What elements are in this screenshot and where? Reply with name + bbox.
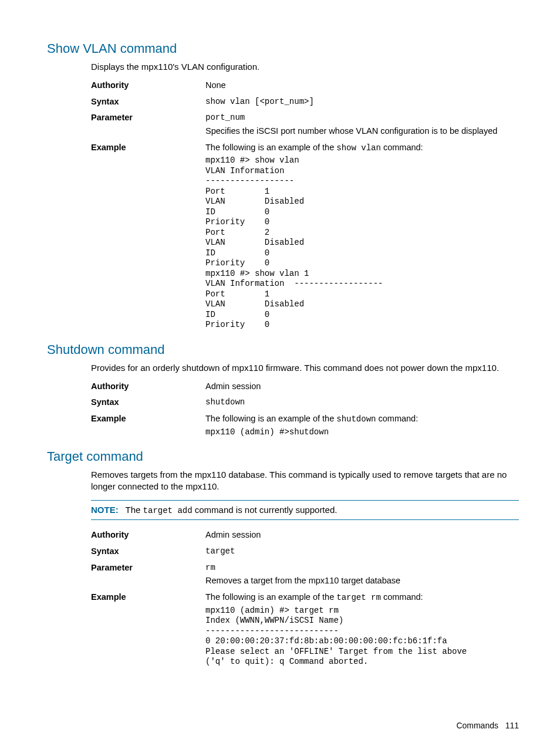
- example-intro-suffix: command:: [376, 414, 418, 423]
- syntax-label: Syntax: [91, 96, 205, 108]
- example-label: Example: [91, 413, 205, 437]
- syntax-label: Syntax: [91, 397, 205, 409]
- authority-value: Admin session: [205, 529, 519, 541]
- authority-value: Admin session: [205, 381, 519, 393]
- example-intro-code: show vlan: [336, 143, 381, 153]
- example-label: Example: [91, 142, 205, 330]
- parameter-label: Parameter: [91, 112, 205, 137]
- example-intro-suffix: command:: [381, 592, 423, 602]
- syntax-value: shutdown: [205, 397, 519, 409]
- note-suffix: command is not currently supported.: [193, 505, 338, 515]
- example-intro-prefix: The following is an example of the: [205, 414, 336, 423]
- syntax-value: show vlan [<port_num>]: [205, 96, 519, 108]
- parameter-code: rm: [205, 562, 519, 573]
- example-intro-prefix: The following is an example of the: [205, 143, 336, 152]
- syntax-value: target: [205, 546, 519, 558]
- intro-target: Removes targets from the mpx110 database…: [91, 469, 519, 493]
- example-block: mpx110 (admin) #>shutdown: [205, 427, 519, 438]
- note-box: NOTE: The target add command is not curr…: [91, 500, 519, 521]
- example-intro-prefix: The following is an example of the: [205, 592, 336, 602]
- authority-value: None: [205, 80, 519, 92]
- authority-label: Authority: [91, 381, 205, 393]
- syntax-label: Syntax: [91, 546, 205, 558]
- example-intro-code: target rm: [336, 593, 381, 602]
- note-label: NOTE:: [91, 505, 119, 515]
- example-intro-suffix: command:: [381, 143, 423, 152]
- heading-target: Target command: [47, 448, 519, 465]
- intro-shutdown: Provides for an orderly shutdown of mpx1…: [91, 362, 519, 374]
- example-block: mpx110 (admin) #> target rm Index (WWNN,…: [205, 606, 519, 667]
- parameter-label: Parameter: [91, 562, 205, 587]
- parameter-desc: Specifies the iSCSI port number whose VL…: [205, 126, 519, 137]
- authority-label: Authority: [91, 80, 205, 92]
- example-intro-code: shutdown: [336, 414, 376, 424]
- footer-page: 111: [505, 721, 519, 730]
- parameter-code: port_num: [205, 112, 519, 123]
- example-label: Example: [91, 592, 205, 667]
- example-block: mpx110 #> show vlan VLAN Information ---…: [205, 156, 519, 330]
- footer-section: Commands: [456, 721, 498, 730]
- heading-shutdown: Shutdown command: [47, 341, 519, 359]
- page-footer: Commands 111: [47, 720, 519, 731]
- parameter-desc: Removes a target from the mpx110 target …: [205, 575, 519, 587]
- intro-show-vlan: Displays the mpx110's VLAN configuration…: [91, 61, 519, 73]
- note-prefix: The: [126, 505, 143, 515]
- authority-label: Authority: [91, 529, 205, 541]
- heading-show-vlan: Show VLAN command: [47, 40, 519, 58]
- note-code: target add: [143, 506, 193, 515]
